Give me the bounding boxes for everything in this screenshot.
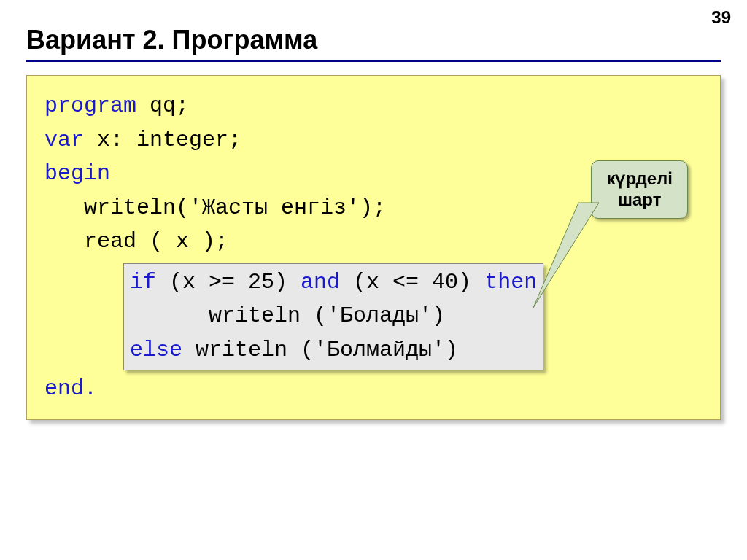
code-line: var x: integer; xyxy=(44,123,705,158)
code-text: writeln('Жасты енгіз'); xyxy=(44,195,386,220)
code-text: (x >= 25) xyxy=(156,270,301,295)
keyword-end: end. xyxy=(44,376,97,401)
slide: 39 Вариант 2. Программа program qq; var … xyxy=(0,0,747,560)
code-text: writeln ('Болады') xyxy=(130,303,445,328)
code-block: program qq; var x: integer; begin writel… xyxy=(26,75,721,420)
keyword-else: else xyxy=(130,338,182,362)
code-line: program qq; xyxy=(44,89,705,123)
code-line: end. xyxy=(44,372,705,406)
code-text: writeln ('Болмайды') xyxy=(182,338,458,362)
keyword-and: and xyxy=(301,270,340,295)
keyword-if: if xyxy=(130,270,156,295)
code-text: qq; xyxy=(136,93,189,118)
title-underline xyxy=(26,60,721,62)
highlighted-code-block: if (x >= 25) and (x <= 40) then writeln … xyxy=(123,263,543,371)
keyword-begin: begin xyxy=(44,161,110,186)
keyword-program: program xyxy=(44,93,136,118)
code-text: read ( x ); xyxy=(44,229,228,254)
callout-pointer-icon xyxy=(526,201,628,311)
svg-marker-0 xyxy=(533,203,599,308)
page-number: 39 xyxy=(711,7,731,28)
slide-title: Вариант 2. Программа xyxy=(26,25,721,55)
code-text: x: integer; xyxy=(84,128,241,152)
callout-text-line: күрделі xyxy=(606,168,673,190)
code-text: (x <= 40) xyxy=(340,270,484,295)
keyword-var: var xyxy=(44,128,84,152)
